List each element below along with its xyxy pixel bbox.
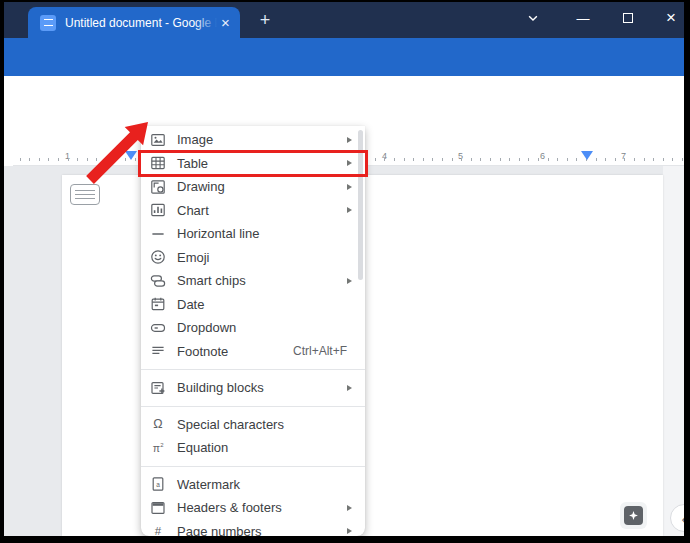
date-icon — [150, 296, 166, 312]
maximize-button[interactable] — [613, 6, 643, 30]
menu-separator — [141, 363, 365, 376]
browser-titlebar: Untitled document - Google Doc × + — × — [0, 0, 690, 38]
submenu-arrow-icon — [347, 505, 352, 511]
watermark-icon — [150, 476, 166, 492]
submenu-arrow-icon — [347, 184, 352, 190]
horizontal-line-icon — [150, 226, 166, 242]
equation-icon — [150, 440, 166, 456]
insert-menu-item-horizontal-line[interactable]: Horizontal line — [141, 222, 365, 246]
tab-close-icon[interactable]: × — [221, 15, 230, 30]
sparkle-icon — [624, 506, 643, 525]
ruler-mark: 7 — [621, 151, 626, 161]
ruler-mark: 4 — [382, 151, 387, 161]
insert-menu: ImageTableDrawingChartHorizontal lineEmo… — [141, 126, 365, 536]
new-tab-button[interactable]: + — [254, 9, 276, 31]
insert-menu-item-headers-footers[interactable]: Headers & footers — [141, 496, 365, 520]
insert-menu-item-special-characters[interactable]: Special characters — [141, 413, 365, 437]
insert-menu-item-drawing[interactable]: Drawing — [141, 175, 365, 199]
tab-title: Untitled document - Google Doc — [65, 16, 217, 30]
special-characters-icon — [150, 416, 166, 432]
annotation-arrow — [76, 110, 166, 190]
insert-menu-item-image[interactable]: Image — [141, 128, 365, 152]
insert-menu-item-smart-chips[interactable]: Smart chips — [141, 269, 365, 293]
menu-separator — [141, 460, 365, 473]
insert-menu-item-equation[interactable]: Equation — [141, 436, 365, 460]
ruler-mark: 1 — [65, 151, 70, 161]
submenu-arrow-icon — [347, 385, 352, 391]
minimize-button[interactable]: — — [568, 6, 598, 30]
emoji-icon — [150, 249, 166, 265]
browser-navbar: ← → ⌂ https://docs.google.com/document/d… — [0, 38, 690, 76]
explore-button[interactable] — [620, 502, 647, 529]
smart-chips-icon — [150, 273, 166, 289]
insert-menu-item-dropdown[interactable]: Dropdown — [141, 316, 365, 340]
tab-search-icon[interactable] — [518, 6, 548, 30]
insert-menu-items: ImageTableDrawingChartHorizontal lineEmo… — [141, 128, 365, 536]
footnote-icon — [150, 343, 166, 359]
indent-marker-icon[interactable] — [581, 151, 593, 160]
dropdown-icon — [150, 320, 166, 336]
insert-menu-item-building-blocks[interactable]: Building blocks — [141, 376, 365, 400]
browser-tab[interactable]: Untitled document - Google Doc × — [28, 7, 240, 38]
submenu-arrow-icon — [347, 207, 352, 213]
insert-menu-item-chart[interactable]: Chart — [141, 199, 365, 223]
building-blocks-icon — [150, 380, 166, 396]
ruler-mark: 6 — [540, 151, 545, 161]
menu-separator — [141, 400, 365, 413]
headers-footers-icon — [150, 500, 166, 516]
insert-menu-item-footnote[interactable]: FootnoteCtrl+Alt+F — [141, 340, 365, 364]
insert-menu-item-watermark[interactable]: Watermark — [141, 473, 365, 497]
submenu-arrow-icon — [347, 278, 352, 284]
page-numbers-icon — [150, 523, 166, 536]
insert-menu-item-page-numbers[interactable]: Page numbers — [141, 520, 365, 537]
docs-favicon-icon — [40, 15, 56, 31]
chart-icon — [150, 202, 166, 218]
insert-menu-item-date[interactable]: Date — [141, 293, 365, 317]
submenu-arrow-icon — [347, 137, 352, 143]
submenu-arrow-icon — [347, 528, 352, 534]
screenshot-root: Untitled document - Google Doc × + — × ←… — [0, 0, 690, 543]
ruler-mark: 5 — [458, 151, 463, 161]
insert-menu-item-emoji[interactable]: Emoji — [141, 246, 365, 270]
annotation-highlight-box — [138, 150, 368, 177]
close-window-button[interactable]: × — [656, 6, 686, 30]
